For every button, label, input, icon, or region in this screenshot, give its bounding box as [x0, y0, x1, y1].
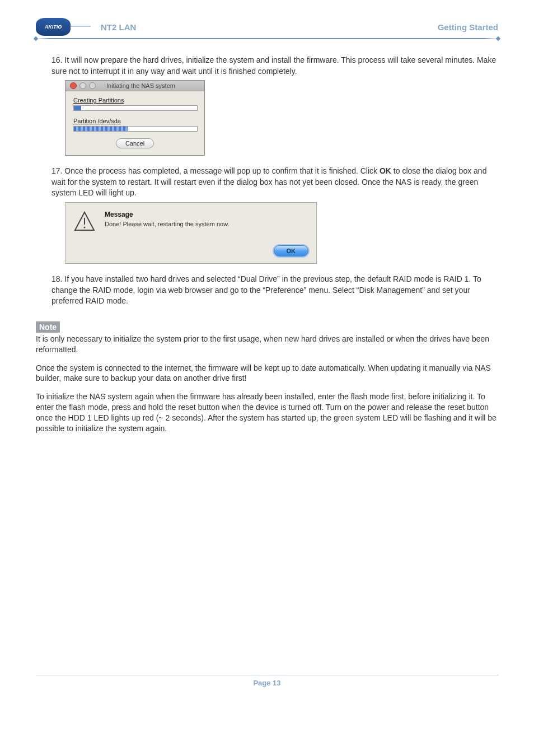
header-left: AKITIO NT2 LAN: [36, 18, 136, 36]
page-header: AKITIO NT2 LAN Getting Started: [36, 18, 498, 36]
dialog-titlebar: Initiating the NAS system: [65, 81, 204, 91]
close-icon[interactable]: [70, 82, 77, 89]
message-title: Message: [105, 211, 229, 218]
ok-strong: OK: [380, 166, 391, 175]
brand-logo: AKITIO: [36, 18, 71, 36]
note-paragraph-2: Once the system is connected to the inte…: [36, 363, 498, 384]
note-paragraph-1: It is only necessary to initialize the s…: [36, 334, 498, 355]
step-body-a: Once the process has completed, a messag…: [62, 166, 380, 175]
done-message-dialog: Message Done! Please wait, restarting th…: [65, 202, 317, 264]
message-text: Done! Please wait, restarting the system…: [105, 221, 229, 227]
note-paragraph-3: To initialize the NAS system again when …: [36, 391, 498, 434]
step-18-text: 18. If you have installed two hard drive…: [51, 274, 498, 307]
doc-section-title: NT2 LAN: [101, 22, 136, 32]
step-number: 16.: [51, 55, 62, 64]
cancel-button[interactable]: Cancel: [116, 138, 154, 148]
step-18: 18. If you have installed two hard drive…: [51, 274, 498, 307]
step-17: 17. Once the process has completed, a me…: [51, 166, 498, 264]
warning-icon: [73, 211, 96, 237]
svg-point-2: [83, 226, 85, 228]
partition-dev-label: Partition /dev/sda: [73, 118, 196, 124]
step-number: 17.: [51, 166, 62, 175]
note-label: Note: [36, 321, 60, 333]
ok-button[interactable]: OK: [274, 245, 309, 256]
partition-dev-progress: [73, 126, 198, 132]
step-17-text: 17. Once the process has completed, a me…: [51, 166, 498, 199]
step-16: 16. It will now prepare the hard drives,…: [51, 55, 498, 156]
creating-partitions-label: Creating Partitions: [73, 97, 196, 104]
step-16-text: 16. It will now prepare the hard drives,…: [51, 55, 498, 77]
dialog-title: Initiating the NAS system: [82, 82, 200, 89]
page-footer: Page 13: [36, 675, 498, 687]
step-body: If you have installed two hard drives an…: [51, 274, 481, 305]
doc-chapter-title: Getting Started: [438, 22, 498, 32]
header-divider: [36, 38, 498, 39]
step-body: It will now prepare the hard drives, ini…: [51, 55, 496, 76]
footer-divider: [36, 675, 498, 675]
creating-partitions-progress: [73, 105, 198, 111]
step-number: 18.: [51, 274, 62, 283]
page-number: Page 13: [253, 679, 280, 687]
init-nas-dialog: Initiating the NAS system Creating Parti…: [65, 80, 205, 156]
